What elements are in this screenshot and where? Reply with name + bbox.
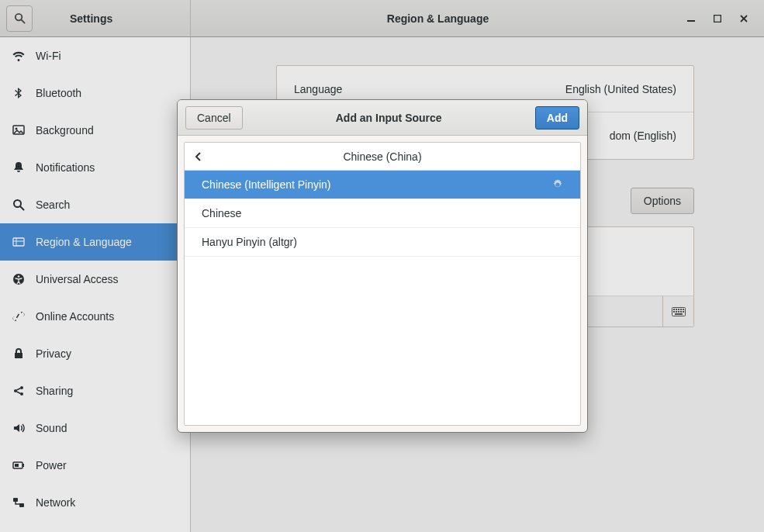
list-breadcrumb: Chinese (China) xyxy=(185,150,580,163)
input-source-option[interactable]: Chinese xyxy=(185,199,580,228)
input-source-options: Chinese (Intelligent Pinyin)ChineseHanyu… xyxy=(185,171,580,257)
input-source-label: Chinese xyxy=(202,207,241,219)
add-input-source-dialog: Cancel Add an Input Source Add Chinese (… xyxy=(177,99,588,433)
add-button[interactable]: Add xyxy=(535,106,579,130)
chevron-left-icon xyxy=(195,151,202,162)
gear-icon xyxy=(552,179,563,190)
dialog-title: Add an Input Source xyxy=(243,112,535,124)
dialog-body: Chinese (China) Chinese (Intelligent Pin… xyxy=(178,136,587,432)
cancel-button[interactable]: Cancel xyxy=(185,106,243,130)
input-source-option[interactable]: Chinese (Intelligent Pinyin) xyxy=(185,171,580,199)
input-source-option[interactable]: Hanyu Pinyin (altgr) xyxy=(185,228,580,257)
input-source-label: Chinese (Intelligent Pinyin) xyxy=(202,178,331,191)
back-button[interactable] xyxy=(185,143,213,171)
input-source-label: Hanyu Pinyin (altgr) xyxy=(202,236,297,248)
list-header: Chinese (China) xyxy=(185,143,580,171)
input-source-list-frame: Chinese (China) Chinese (Intelligent Pin… xyxy=(184,142,581,426)
dialog-header: Cancel Add an Input Source Add xyxy=(178,100,587,136)
